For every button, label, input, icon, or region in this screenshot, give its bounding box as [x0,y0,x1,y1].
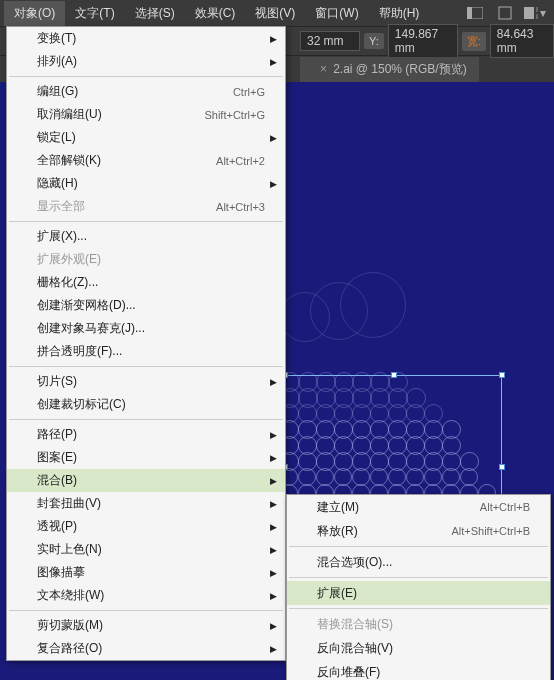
object-menu: 变换(T)▶排列(A)▶编组(G)Ctrl+G取消编组(U)Shift+Ctrl… [6,26,286,661]
svg-rect-5 [536,14,538,19]
menu-object[interactable]: 对象(O) [4,1,65,26]
menu-item[interactable]: 剪切蒙版(M)▶ [7,614,285,637]
menu-type[interactable]: 文字(T) [65,1,124,26]
submenu-item[interactable]: 反向堆叠(F) [287,660,550,680]
menu-item[interactable]: 创建裁切标记(C) [7,393,285,416]
chevron-right-icon: ▶ [270,34,277,44]
doc-icon[interactable] [494,4,516,22]
submenu-item[interactable]: 替换混合轴(S) [287,612,550,636]
layout-icon[interactable] [464,4,486,22]
menu-item[interactable]: 栅格化(Z)... [7,271,285,294]
menu-item[interactable]: 全部解锁(K)Alt+Ctrl+2 [7,149,285,172]
menu-item[interactable]: 扩展外观(E) [7,248,285,271]
menu-item[interactable]: 混合(B)▶ [7,469,285,492]
menubar: 对象(O) 文字(T) 选择(S) 效果(C) 视图(V) 窗口(W) 帮助(H… [0,0,554,26]
w-label: 宽: [462,32,486,51]
svg-rect-2 [499,7,511,19]
chevron-right-icon: ▶ [270,133,277,143]
chevron-right-icon: ▶ [270,522,277,532]
chevron-right-icon: ▶ [270,644,277,654]
menu-view[interactable]: 视图(V) [245,1,305,26]
menu-item[interactable]: 切片(S)▶ [7,370,285,393]
chevron-right-icon: ▶ [270,57,277,67]
menu-item[interactable]: 变换(T)▶ [7,27,285,50]
menu-item[interactable]: 创建渐变网格(D)... [7,294,285,317]
menu-item[interactable]: 文本绕排(W)▶ [7,584,285,607]
chevron-right-icon: ▶ [270,476,277,486]
menu-item[interactable]: 锁定(L)▶ [7,126,285,149]
handle-icon[interactable] [499,464,505,470]
submenu-item[interactable]: 扩展(E) [287,581,550,605]
chevron-right-icon: ▶ [270,499,277,509]
menu-item[interactable]: 取消编组(U)Shift+Ctrl+G [7,103,285,126]
tab-document[interactable]: × 2.ai @ 150% (RGB/预览) [300,57,479,82]
submenu-item[interactable]: 反向混合轴(V) [287,636,550,660]
val-pre[interactable]: 32 mm [300,31,360,51]
handle-icon[interactable] [499,372,505,378]
y-input[interactable]: 149.867 mm [388,24,458,58]
submenu-item[interactable]: 混合选项(O)... [287,550,550,574]
svg-rect-3 [524,7,534,19]
chevron-right-icon: ▶ [270,179,277,189]
menu-item[interactable]: 复合路径(O)▶ [7,637,285,660]
blend-submenu: 建立(M)Alt+Ctrl+B释放(R)Alt+Shift+Ctrl+B混合选项… [286,494,551,680]
menu-item[interactable]: 隐藏(H)▶ [7,172,285,195]
menu-item[interactable]: 路径(P)▶ [7,423,285,446]
submenu-item[interactable]: 建立(M)Alt+Ctrl+B [287,495,550,519]
chevron-right-icon: ▶ [270,377,277,387]
chevron-right-icon: ▶ [270,568,277,578]
menu-item[interactable]: 编组(G)Ctrl+G [7,80,285,103]
submenu-item[interactable]: 释放(R)Alt+Shift+Ctrl+B [287,519,550,543]
chevron-right-icon: ▶ [270,591,277,601]
menu-item[interactable]: 实时上色(N)▶ [7,538,285,561]
arrange-icon[interactable]: ▾ [524,4,546,22]
menu-item[interactable]: 封套扭曲(V)▶ [7,492,285,515]
menu-item[interactable]: 创建对象马赛克(J)... [7,317,285,340]
handle-icon[interactable] [391,372,397,378]
svg-rect-1 [467,7,472,19]
menu-help[interactable]: 帮助(H) [369,1,430,26]
chevron-right-icon: ▶ [270,545,277,555]
menu-select[interactable]: 选择(S) [125,1,185,26]
chevron-right-icon: ▶ [270,621,277,631]
svg-rect-4 [536,7,538,12]
menu-item[interactable]: 排列(A)▶ [7,50,285,73]
menu-effect[interactable]: 效果(C) [185,1,246,26]
chevron-right-icon: ▶ [270,453,277,463]
menu-window[interactable]: 窗口(W) [305,1,368,26]
menu-item[interactable]: 扩展(X)... [7,225,285,248]
menu-item[interactable]: 透视(P)▶ [7,515,285,538]
w-input[interactable]: 84.643 mm [490,24,554,58]
menu-item[interactable]: 图案(E)▶ [7,446,285,469]
menu-item[interactable]: 拼合透明度(F)... [7,340,285,363]
menu-item[interactable]: 图像描摹▶ [7,561,285,584]
chevron-right-icon: ▶ [270,430,277,440]
menu-item[interactable]: 显示全部Alt+Ctrl+3 [7,195,285,218]
close-icon[interactable]: × [320,62,327,76]
y-label: Y: [364,33,384,49]
